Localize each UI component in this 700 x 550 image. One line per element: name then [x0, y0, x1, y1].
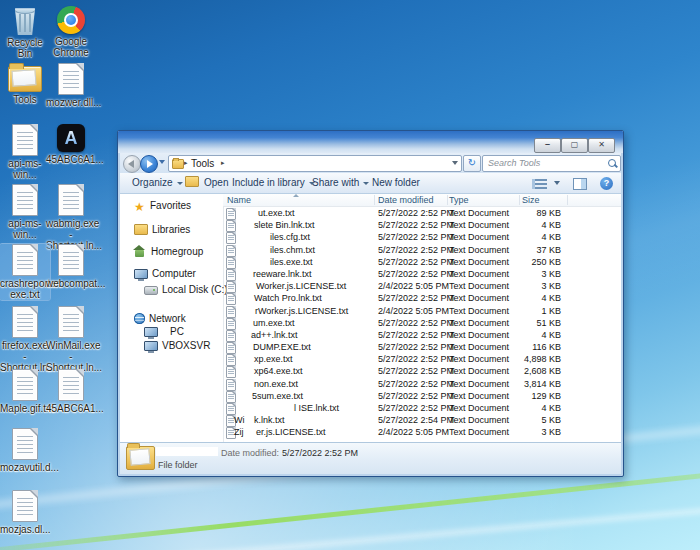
- desktop-icon-api-ms-win-2[interactable]: api-ms-win...: [0, 184, 50, 240]
- file-name: ad++.lnk.txt: [251, 329, 298, 341]
- file-row[interactable]: Zij er.js.LICENSE.txt 2/4/2022 5:05 PM T…: [223, 426, 621, 438]
- column-header-date-modified[interactable]: Date modified: [378, 195, 434, 205]
- file-row[interactable]: xp.exe.txt 5/27/2022 2:52 PM Text Docume…: [223, 353, 621, 365]
- titlebar[interactable]: [118, 131, 623, 153]
- change-view-icon[interactable]: [532, 179, 547, 189]
- file-row[interactable]: xp64.exe.txt 5/27/2022 2:52 PM Text Docu…: [223, 365, 621, 377]
- libraries-icon: [134, 224, 148, 235]
- search-icon[interactable]: [608, 159, 616, 167]
- new-folder-label: New folder: [372, 177, 420, 188]
- include-in-library-button[interactable]: Include in library: [232, 176, 315, 190]
- close-button[interactable]: [588, 138, 615, 153]
- file-row[interactable]: ad++.lnk.txt 5/27/2022 2:52 PM Text Docu…: [223, 329, 621, 341]
- file-row[interactable]: ut.exe.txt 5/27/2022 2:52 PM Text Docume…: [223, 207, 621, 219]
- desktop-icon-45abc6a1-app[interactable]: A 45ABC6A1...: [46, 124, 96, 165]
- column-divider[interactable]: [447, 195, 448, 205]
- file-date: 5/27/2022 2:52 PM: [378, 268, 454, 280]
- file-row[interactable]: slete Bin.lnk.txt 5/27/2022 2:52 PM Text…: [223, 219, 621, 231]
- sidebar-item-favorites[interactable]: ★Favorites: [134, 199, 191, 212]
- desktop-icon-crashreporter[interactable]: crashreporter. exe.txt: [0, 244, 50, 300]
- column-header-name[interactable]: Name: [227, 195, 251, 205]
- refresh-button[interactable]: ↻: [463, 155, 481, 172]
- address-bar[interactable]: ▸ Tools ▸: [168, 155, 462, 172]
- new-folder-button[interactable]: New folder: [372, 176, 420, 190]
- file-type: Text Document: [449, 256, 509, 268]
- desktop-icon-recycle-bin[interactable]: Recycle Bin: [0, 5, 50, 59]
- desktop-icon-mozjas[interactable]: mozjas.dl...: [0, 490, 50, 535]
- open-button[interactable]: Open: [185, 176, 228, 190]
- file-row[interactable]: um.exe.txt 5/27/2022 2:52 PM Text Docume…: [223, 317, 621, 329]
- desktop-icon-chrome[interactable]: Google Chrome: [46, 6, 96, 58]
- file-name: um.exe.txt: [253, 317, 295, 329]
- desktop-icon-mozwer[interactable]: mozwer.dll...: [46, 63, 96, 108]
- address-dropdown-icon[interactable]: [452, 161, 458, 165]
- forward-button[interactable]: [140, 155, 158, 173]
- icon-label: api-ms-win...: [0, 158, 50, 180]
- file-name: ut.exe.txt: [258, 207, 295, 219]
- sidebar-item-local-disk[interactable]: Local Disk (C:): [144, 283, 228, 296]
- desktop-icon-45abc6a1-txt[interactable]: 45ABC6A1...: [46, 369, 96, 414]
- folder-icon-large: [126, 446, 155, 470]
- file-name: rWorker.js.LICENSE.txt: [255, 305, 348, 317]
- column-divider[interactable]: [374, 195, 375, 205]
- file-size: 4,898 KB: [524, 353, 561, 365]
- file-type: Text Document: [449, 219, 509, 231]
- text-file-icon: [12, 306, 38, 338]
- icon-label: mozwer.dll...: [46, 97, 96, 108]
- file-name-prefix: Zij: [234, 426, 244, 438]
- text-file-icon: [226, 220, 236, 232]
- desktop-icon-webcompat[interactable]: webcompat...: [46, 244, 96, 289]
- organize-button[interactable]: Organize: [132, 176, 183, 190]
- text-file-icon: [12, 124, 38, 156]
- minimize-button[interactable]: [534, 138, 561, 153]
- column-divider[interactable]: [567, 195, 568, 205]
- desktop-icon-maple-gif[interactable]: Maple.gif.txt: [0, 369, 50, 414]
- file-row[interactable]: DUMP.EXE.txt 5/27/2022 2:52 PM Text Docu…: [223, 341, 621, 353]
- sidebar-item-homegroup[interactable]: Homegroup: [134, 245, 203, 258]
- sidebar-item-network[interactable]: Network: [134, 312, 186, 325]
- recent-pages-chevron-icon[interactable]: [159, 160, 165, 164]
- view-chevron-icon[interactable]: [554, 181, 560, 185]
- desktop-icon-wabmig[interactable]: wabmig.exe - Shortcut.ln...: [46, 184, 96, 252]
- preview-pane-icon[interactable]: [573, 178, 587, 190]
- text-file-icon: [226, 293, 236, 305]
- sidebar-item-pc[interactable]: PC: [144, 325, 184, 338]
- details-pane: File folder Date modified: 5/27/2022 2:5…: [120, 442, 621, 474]
- desktop-icon-mozavutil[interactable]: mozavutil.d...: [0, 428, 50, 473]
- help-icon[interactable]: ?: [600, 177, 613, 190]
- chrome-icon: [57, 6, 85, 34]
- file-size: 51 KB: [536, 317, 561, 329]
- column-header-size[interactable]: Size: [522, 195, 540, 205]
- file-row[interactable]: iles.chm.txt 5/27/2022 2:52 PM Text Docu…: [223, 244, 621, 256]
- file-date: 5/27/2022 2:52 PM: [378, 378, 454, 390]
- back-button[interactable]: [123, 155, 141, 173]
- file-date: 2/4/2022 5:05 PM: [378, 426, 449, 438]
- sidebar-item-vboxsvr[interactable]: VBOXSVR: [144, 339, 210, 352]
- file-row[interactable]: Worker.js.LICENSE.txt 2/4/2022 5:05 PM T…: [223, 280, 621, 292]
- text-file-icon: [226, 269, 236, 281]
- maximize-button[interactable]: [561, 138, 588, 153]
- file-row[interactable]: reeware.lnk.txt 5/27/2022 2:52 PM Text D…: [223, 268, 621, 280]
- desktop-icon-tools-folder[interactable]: Tools: [0, 66, 50, 105]
- breadcrumb[interactable]: Tools: [191, 157, 214, 170]
- desktop-icon-winmail-shortcut[interactable]: WinMail.exe - Shortcut.ln...: [46, 306, 96, 374]
- file-row[interactable]: Watch Pro.lnk.txt 5/27/2022 2:52 PM Text…: [223, 292, 621, 304]
- sidebar-item-computer[interactable]: Computer: [134, 267, 196, 280]
- file-row[interactable]: Wi k.lnk.txt 5/27/2022 2:54 PM Text Docu…: [223, 414, 621, 426]
- column-header-type[interactable]: Type: [449, 195, 469, 205]
- file-row[interactable]: non.exe.txt 5/27/2022 2:52 PM Text Docum…: [223, 378, 621, 390]
- column-divider[interactable]: [519, 195, 520, 205]
- star-icon: ★: [134, 201, 146, 213]
- file-row[interactable]: rWorker.js.LICENSE.txt 2/4/2022 5:05 PM …: [223, 305, 621, 317]
- desktop-icon-firefox-shortcut[interactable]: firefox.exe - Shortcut.ln...: [0, 306, 50, 374]
- text-file-icon: [226, 403, 236, 415]
- file-row[interactable]: 5sum.exe.txt 5/27/2022 2:52 PM Text Docu…: [223, 390, 621, 402]
- share-with-button[interactable]: Share with: [312, 176, 369, 190]
- file-row[interactable]: iles.exe.txt 5/27/2022 2:52 PM Text Docu…: [223, 256, 621, 268]
- sidebar-item-libraries[interactable]: Libraries: [134, 222, 190, 235]
- file-row[interactable]: iles.cfg.txt 5/27/2022 2:52 PM Text Docu…: [223, 231, 621, 243]
- file-row[interactable]: l ISE.lnk.txt 5/27/2022 2:52 PM Text Doc…: [223, 402, 621, 414]
- icon-label: Maple.gif.txt: [0, 403, 50, 414]
- desktop-icon-api-ms-win-1[interactable]: api-ms-win...: [0, 124, 50, 180]
- search-input[interactable]: Search Tools: [482, 155, 621, 172]
